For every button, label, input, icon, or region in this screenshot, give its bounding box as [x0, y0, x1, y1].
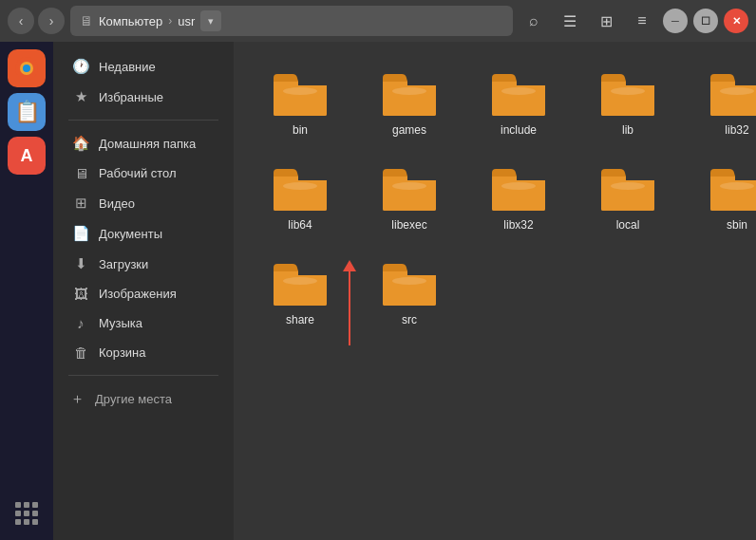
sidebar-label-videos: Видео [99, 196, 135, 211]
file-label-local: local [616, 218, 640, 232]
taskbar-notes[interactable]: 📋 [8, 93, 46, 131]
file-grid: bin games include [253, 61, 737, 336]
file-item-sbin[interactable]: sbin [690, 156, 756, 241]
file-label-share: share [286, 313, 314, 326]
file-item-share[interactable]: share [253, 251, 348, 336]
nav-back-button[interactable]: ‹ [8, 8, 34, 34]
home-icon: 🏠 [72, 135, 89, 152]
file-label-include: include [501, 123, 537, 137]
sidebar-label-images: Изображения [99, 287, 177, 301]
file-item-include[interactable]: include [471, 61, 566, 146]
file-item-libexec[interactable]: libexec [362, 156, 457, 241]
folder-icon-sbin [709, 165, 756, 213]
taskbar: 📋 A [0, 42, 53, 540]
taskbar-apps-grid[interactable] [8, 494, 46, 532]
titlebar: ‹ › 🖥 Компьютер › usr ▾ ⌕ ☰ ⊞ ≡ ─ ☐ ✕ [0, 0, 756, 42]
menu-button[interactable]: ≡ [627, 6, 657, 36]
sidebar-label-favorites: Избранные [99, 90, 163, 104]
sidebar-item-downloads[interactable]: ⬇ Загрузки [57, 249, 230, 279]
svg-point-20 [611, 182, 645, 190]
file-item-lib[interactable]: lib [580, 61, 675, 146]
nav-controls: ‹ › [8, 8, 65, 34]
file-label-lib: lib [622, 123, 633, 137]
svg-point-2 [23, 65, 30, 72]
svg-point-12 [720, 87, 754, 95]
window-maximize-button[interactable]: ☐ [693, 9, 718, 33]
folder-icon-libx32 [490, 165, 547, 213]
window-minimize-button[interactable]: ─ [663, 9, 688, 33]
file-label-lib32: lib32 [725, 123, 748, 137]
svg-point-10 [611, 87, 645, 95]
favorites-icon: ★ [72, 88, 89, 105]
sidebar-item-home[interactable]: 🏠 Домашняя папка [57, 128, 230, 158]
recent-icon: 🕐 [72, 58, 89, 75]
file-item-libx32[interactable]: libx32 [471, 156, 566, 241]
view-grid-button[interactable]: ⊞ [591, 6, 621, 36]
svg-point-8 [501, 87, 536, 95]
file-item-lib64[interactable]: lib64 [253, 156, 348, 241]
folder-icon-share [272, 260, 329, 307]
sidebar-item-images[interactable]: 🖼 Изображения [57, 279, 230, 308]
folder-icon-local [599, 165, 656, 213]
svg-point-18 [501, 182, 536, 190]
sidebar-divider-1 [68, 120, 218, 121]
folder-icon-include [490, 70, 547, 118]
file-label-src: src [402, 313, 417, 326]
svg-point-4 [283, 87, 317, 95]
svg-point-6 [392, 87, 426, 95]
file-item-src[interactable]: src [362, 251, 457, 336]
add-icon: ＋ [68, 390, 85, 408]
sidebar-item-recent[interactable]: 🕐 Недавние [57, 51, 230, 82]
videos-icon: ⊞ [72, 195, 89, 212]
location-folder: usr [178, 14, 195, 28]
view-list-button[interactable]: ☰ [555, 6, 585, 36]
file-item-games[interactable]: games [362, 61, 457, 146]
titlebar-actions: ⌕ ☰ ⊞ ≡ ─ ☐ ✕ [519, 6, 748, 36]
folder-icon-bin [272, 70, 329, 118]
taskbar-firefox[interactable] [8, 49, 46, 87]
sidebar-label-recent: Недавние [99, 60, 156, 74]
sidebar-item-music[interactable]: ♪ Музыка [57, 308, 230, 338]
folder-icon-games [381, 70, 438, 118]
music-icon: ♪ [72, 315, 89, 331]
file-item-bin[interactable]: bin [253, 61, 348, 146]
file-label-libexec: libexec [391, 218, 426, 232]
arrow-line [349, 270, 350, 345]
taskbar-appstore[interactable]: A [8, 137, 46, 175]
folder-icon-lib [599, 70, 656, 118]
sidebar-label-trash: Корзина [99, 345, 146, 360]
file-label-games: games [392, 123, 426, 137]
trash-icon: 🗑 [72, 344, 89, 361]
folder-icon-lib64 [272, 165, 329, 213]
file-label-lib64: lib64 [288, 218, 312, 232]
file-label-bin: bin [293, 123, 308, 137]
sidebar-label-downloads: Загрузки [99, 257, 148, 271]
sidebar-item-trash[interactable]: 🗑 Корзина [57, 338, 230, 367]
file-area: bin games include [234, 42, 756, 540]
desktop-icon: 🖥 [72, 165, 89, 181]
file-item-lib32[interactable]: lib32 [690, 61, 756, 146]
svg-point-24 [283, 277, 317, 285]
nav-forward-button[interactable]: › [38, 8, 65, 34]
sidebar-label-home: Домашняя папка [99, 137, 196, 151]
images-icon: 🖼 [72, 286, 89, 302]
sidebar-divider-2 [68, 375, 218, 376]
location-dropdown-button[interactable]: ▾ [200, 10, 221, 31]
location-bar[interactable]: 🖥 Компьютер › usr ▾ [70, 6, 513, 36]
window-close-button[interactable]: ✕ [724, 9, 748, 33]
sidebar-label-music: Музыка [99, 316, 142, 330]
search-button[interactable]: ⌕ [519, 6, 549, 36]
sidebar-label-desktop: Рабочий стол [99, 166, 177, 180]
sidebar-item-other-places[interactable]: ＋ Другие места [53, 383, 234, 415]
svg-point-14 [283, 182, 317, 190]
sidebar-item-videos[interactable]: ⊞ Видео [57, 188, 230, 218]
sidebar-item-documents[interactable]: 📄 Документы [57, 218, 230, 249]
main-area: 📋 A 🕐 Недавние ★ Избранные 🏠 Домашняя па… [0, 42, 756, 540]
svg-point-26 [392, 277, 426, 285]
documents-icon: 📄 [72, 225, 89, 242]
sidebar-item-desktop[interactable]: 🖥 Рабочий стол [57, 158, 230, 188]
svg-point-16 [392, 182, 426, 190]
file-item-local[interactable]: local [580, 156, 675, 241]
sidebar-item-favorites[interactable]: ★ Избранные [57, 82, 230, 112]
annotation-arrow [343, 260, 356, 345]
